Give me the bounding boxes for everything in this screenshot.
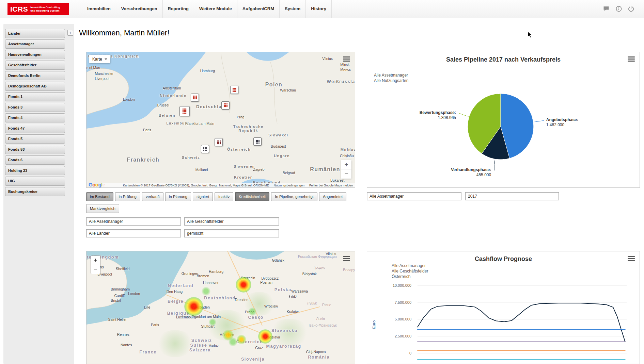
border-lines bbox=[221, 54, 277, 123]
map-label-belgien: Belgien bbox=[159, 113, 176, 117]
pie-label-connector bbox=[459, 113, 469, 117]
sidebar-item-demogesellschaft-ab[interactable]: Demogesellschaft AB bbox=[5, 82, 65, 91]
sidebar-item-fonds-53[interactable]: Fonds 53 bbox=[5, 145, 65, 154]
filter-signiert[interactable]: signiert bbox=[193, 192, 213, 201]
report-link[interactable]: Fehler bei Google Maps melden bbox=[309, 184, 353, 187]
assetmanager-select[interactable]: Alle Assetmanager bbox=[86, 217, 181, 226]
property-marker[interactable] bbox=[179, 106, 190, 116]
filter-inaktiv[interactable]: inaktiv bbox=[215, 192, 233, 201]
map-city-warschau: Warschau bbox=[280, 88, 296, 92]
map-city-brüssel: Brüssel bbox=[157, 103, 169, 107]
filter-angemietet[interactable]: Angemietet bbox=[319, 192, 346, 201]
map-label-frankreich: Frankreich bbox=[127, 157, 159, 163]
zoom-out-button[interactable]: − bbox=[91, 265, 100, 274]
pie-label-verhandlungsphase: Verhandlungsphase:455.000 bbox=[451, 167, 491, 178]
pie-label-value: 1.308.965 bbox=[420, 115, 456, 120]
map-label-hannover: Hannover bbox=[203, 281, 219, 285]
property-marker[interactable] bbox=[191, 94, 199, 102]
map-menu-icon[interactable] bbox=[343, 256, 350, 261]
map-label-bydgoszcz: Bydgoszcz bbox=[262, 276, 279, 280]
filter-verkauft[interactable]: verkauft bbox=[142, 192, 163, 201]
google-logo-letter: G bbox=[89, 182, 92, 187]
zoom-out-button[interactable]: − bbox=[341, 169, 351, 179]
map-label-sheffield: Sheffield bbox=[116, 267, 130, 271]
property-marker[interactable] bbox=[215, 138, 223, 146]
map-menu-icon[interactable] bbox=[343, 56, 350, 62]
map-type-control[interactable]: Karte bbox=[89, 55, 110, 63]
map-label-gda-sk: Gdańsk bbox=[272, 258, 284, 262]
sidebar-item-fonds-1[interactable]: Fonds 1 bbox=[5, 92, 65, 101]
filter-in-prüfung[interactable]: in Prüfung bbox=[115, 192, 140, 201]
sidebar-expand-button[interactable]: + bbox=[67, 30, 73, 36]
filter-im-bestand[interactable]: im Bestand bbox=[86, 192, 113, 201]
nav-item-history[interactable]: History bbox=[305, 0, 332, 18]
sidebar-item-fonds-3[interactable]: Fonds 3 bbox=[5, 103, 65, 112]
nav-item-immobilien[interactable]: Immobilien bbox=[82, 0, 116, 18]
sidebar-item-fonds-47[interactable]: Fonds 47 bbox=[5, 124, 65, 133]
map-label-suisse: Suisse bbox=[190, 343, 207, 348]
y-tick-label: 2.500.000 bbox=[395, 334, 411, 338]
map-label-bia-ystok: Białystok bbox=[302, 272, 317, 276]
chart-menu-icon[interactable] bbox=[628, 56, 635, 62]
pie-label-connector bbox=[534, 120, 544, 122]
map-city-belgrad: Belgrad bbox=[283, 171, 295, 175]
sidebar-item-demofonds-berlin[interactable]: Demofonds Berlin bbox=[5, 71, 65, 80]
sidebar-item-uig[interactable]: UIG bbox=[5, 177, 65, 186]
map-city-mailand: Mailand bbox=[195, 168, 208, 172]
sidebar-item-hausverwaltungen[interactable]: Hausverwaltungen bbox=[5, 50, 65, 59]
nav-item-system[interactable]: System bbox=[279, 0, 305, 18]
filter-kreditsicherheit[interactable]: Kreditsicherheit bbox=[235, 192, 269, 201]
nav-item-aufgaben-crm[interactable]: Aufgaben/CRM bbox=[237, 0, 279, 18]
map-label-slowenien: Slowenien bbox=[234, 165, 255, 168]
geschaeftsfelder-select[interactable]: Alle Geschäftsfelder bbox=[184, 217, 279, 226]
property-marker[interactable] bbox=[230, 86, 238, 94]
property-marker[interactable] bbox=[201, 145, 209, 153]
sidebar-item-fonds-6[interactable]: Fonds 6 bbox=[5, 155, 65, 165]
map-label-österreich: Österreich bbox=[236, 340, 263, 344]
property-marker[interactable] bbox=[253, 137, 262, 146]
attribution-text: Kartendaten © 2017 GeoBasis-DE/BKG (©200… bbox=[123, 184, 269, 187]
map-city-vilnius: Vilnius bbox=[322, 56, 333, 61]
nav-item-vorschreibungen[interactable]: Vorschreibungen bbox=[116, 0, 162, 18]
pipeline-assetmanager-select[interactable]: Alle Assetmanager bbox=[367, 192, 461, 200]
zoom-in-button[interactable]: + bbox=[341, 160, 351, 169]
terms-link[interactable]: Nutzungsbedingungen bbox=[274, 184, 304, 187]
pie-filter-line1: Alle Assetmanager bbox=[374, 72, 408, 78]
sidebar-item-fonds-4[interactable]: Fonds 4 bbox=[5, 113, 65, 122]
sidebar: LänderAssetmanagerHausverwaltungenGeschä… bbox=[3, 24, 74, 364]
nutzung-select[interactable]: gemischt bbox=[184, 229, 279, 237]
y-tick-label: 0 bbox=[409, 351, 411, 355]
app-logo[interactable]: ICRS Immobilien Controlling und Reportin… bbox=[7, 3, 69, 15]
heatmap-map[interactable]: + − United KingdomDouglasSheffieldLiverp… bbox=[87, 251, 355, 364]
map-label-nederland: Nederland bbox=[168, 283, 194, 288]
info-icon[interactable] bbox=[615, 5, 622, 12]
nav-item-reporting[interactable]: Reporting bbox=[162, 0, 194, 18]
filter-in-pipeline-genehmigt[interactable]: In Pipeline, genehmigt bbox=[271, 192, 317, 201]
pie-chart-title: Sales Pipeline 2017 nach Verkaufspreis bbox=[367, 56, 640, 63]
sidebar-item-länder[interactable]: Länder bbox=[5, 29, 65, 38]
filter-marktvergleich[interactable]: Marktvergleich bbox=[86, 204, 119, 213]
power-icon[interactable] bbox=[628, 5, 634, 12]
cashflow-chart-filters: Alle Assetmanager Alle Geschäftsfelder Ö… bbox=[392, 263, 428, 279]
google-map[interactable]: Karte + − Google Kartendaten © 2017 GeoB… bbox=[87, 52, 355, 187]
sidebar-item-geschäftsfelder[interactable]: Geschäftsfelder bbox=[5, 61, 65, 70]
zoom-in-button[interactable]: + bbox=[91, 256, 100, 265]
laender-select[interactable]: Alle Länder bbox=[86, 229, 181, 237]
sidebar-item-assetmanager[interactable]: Assetmanager bbox=[5, 39, 65, 49]
map-label-d: Łódź bbox=[289, 295, 297, 299]
pipeline-year-select[interactable]: 2017 bbox=[465, 192, 559, 200]
sidebar-item-holding-23[interactable]: Holding 23 bbox=[5, 166, 65, 175]
map-label-: Беларусь bbox=[343, 268, 355, 272]
map-label-slovenija: Slovenija bbox=[241, 357, 265, 362]
sidebar-item-buchungskreise[interactable]: Buchungskreise bbox=[5, 187, 65, 196]
chart-menu-icon[interactable] bbox=[628, 256, 635, 261]
map-city-: Минск bbox=[340, 67, 350, 71]
nav-item-weitere-module[interactable]: Weitere Module bbox=[194, 0, 237, 18]
filter-in-planung[interactable]: in Planung bbox=[165, 192, 191, 201]
map-label-schweiz: Schweiz bbox=[182, 155, 200, 160]
sidebar-item-fonds-5[interactable]: Fonds 5 bbox=[5, 134, 65, 144]
property-marker[interactable] bbox=[221, 101, 230, 110]
building-icon bbox=[203, 147, 207, 151]
map-city-amsterdam: Amsterdam bbox=[163, 86, 181, 90]
chat-icon[interactable] bbox=[603, 5, 610, 12]
